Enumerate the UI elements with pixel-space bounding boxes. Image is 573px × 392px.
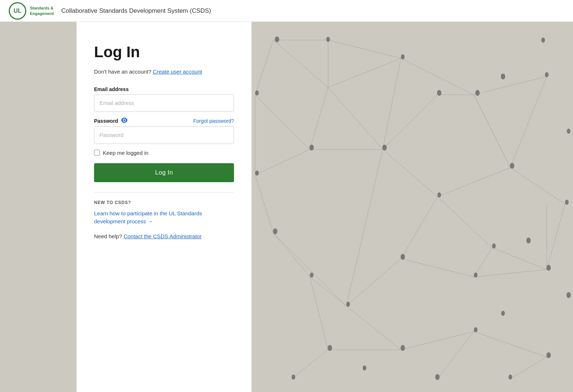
svg-point-78 bbox=[435, 374, 440, 380]
logo-ul-text: UL bbox=[13, 8, 21, 14]
need-help-static: Need help? bbox=[94, 233, 122, 239]
svg-point-76 bbox=[501, 74, 505, 79]
password-label: Password bbox=[94, 118, 118, 124]
svg-point-66 bbox=[310, 273, 313, 278]
new-to-label: NEW TO CSDS? bbox=[94, 200, 234, 205]
login-heading: Log In bbox=[94, 44, 234, 60]
app-title: Collaborative Standards Development Syst… bbox=[61, 7, 211, 15]
svg-point-60 bbox=[474, 327, 478, 332]
svg-point-46 bbox=[275, 36, 279, 42]
ul-logo: UL bbox=[9, 2, 26, 20]
svg-point-54 bbox=[565, 200, 569, 205]
logo-line1: Standards & bbox=[30, 5, 54, 11]
password-group: Password Forgot password? bbox=[94, 118, 234, 144]
logo-container: UL Standards & Engagement bbox=[9, 2, 54, 20]
svg-point-55 bbox=[401, 254, 405, 260]
svg-point-73 bbox=[501, 311, 505, 316]
keep-logged-in-checkbox[interactable] bbox=[94, 150, 100, 156]
login-card: Log In Don't have an account? Create use… bbox=[77, 22, 252, 392]
password-input[interactable] bbox=[94, 126, 234, 144]
svg-point-61 bbox=[546, 352, 551, 358]
svg-point-52 bbox=[437, 192, 441, 197]
svg-point-63 bbox=[309, 145, 314, 150]
svg-point-47 bbox=[326, 37, 330, 42]
no-account-text: Don't have an account? bbox=[94, 68, 151, 75]
svg-point-49 bbox=[475, 90, 480, 96]
svg-point-59 bbox=[401, 345, 405, 351]
svg-point-74 bbox=[566, 292, 571, 298]
svg-point-50 bbox=[545, 72, 549, 77]
svg-point-72 bbox=[526, 238, 531, 243]
need-help-text: Need help? Contact the CSDS Administrato… bbox=[94, 233, 234, 239]
svg-point-64 bbox=[255, 170, 259, 176]
forgot-password-link[interactable]: Forgot password? bbox=[193, 118, 234, 124]
divider bbox=[94, 192, 234, 193]
email-label: Email address bbox=[94, 86, 234, 92]
eye-icon[interactable] bbox=[121, 118, 128, 124]
svg-point-65 bbox=[273, 228, 277, 234]
keep-logged-in-row: Keep me logged in bbox=[94, 150, 234, 156]
login-button[interactable]: Log In bbox=[94, 163, 234, 182]
svg-point-51 bbox=[382, 145, 387, 150]
svg-point-58 bbox=[346, 302, 350, 307]
svg-point-77 bbox=[363, 365, 366, 371]
svg-point-79 bbox=[508, 375, 512, 380]
keep-logged-in-label: Keep me logged in bbox=[103, 150, 148, 156]
learn-link[interactable]: Learn how to participate in the UL Stand… bbox=[94, 209, 234, 226]
svg-point-68 bbox=[292, 375, 295, 380]
svg-point-62 bbox=[255, 90, 259, 95]
email-group: Email address bbox=[94, 86, 234, 112]
main-area: Log In Don't have an account? Create use… bbox=[0, 22, 573, 392]
svg-point-48 bbox=[401, 54, 405, 59]
logo-line2: Engagement bbox=[30, 11, 54, 16]
logo-text: Standards & Engagement bbox=[30, 5, 54, 16]
svg-point-57 bbox=[546, 265, 551, 271]
svg-point-53 bbox=[510, 163, 514, 169]
svg-point-71 bbox=[567, 129, 570, 134]
password-label-row: Password Forgot password? bbox=[94, 118, 234, 124]
svg-point-67 bbox=[328, 345, 332, 351]
svg-point-69 bbox=[437, 90, 441, 96]
svg-point-56 bbox=[474, 273, 478, 278]
contact-admin-link[interactable]: Contact the CSDS Administrator bbox=[124, 233, 202, 239]
svg-point-70 bbox=[492, 243, 496, 248]
create-account-link[interactable]: Create user account bbox=[153, 68, 202, 75]
email-input[interactable] bbox=[94, 94, 234, 112]
create-account-text: Don't have an account? Create user accou… bbox=[94, 68, 234, 76]
app-header: UL Standards & Engagement Collaborative … bbox=[0, 0, 573, 22]
password-label-left: Password bbox=[94, 118, 128, 124]
svg-point-75 bbox=[541, 38, 545, 43]
